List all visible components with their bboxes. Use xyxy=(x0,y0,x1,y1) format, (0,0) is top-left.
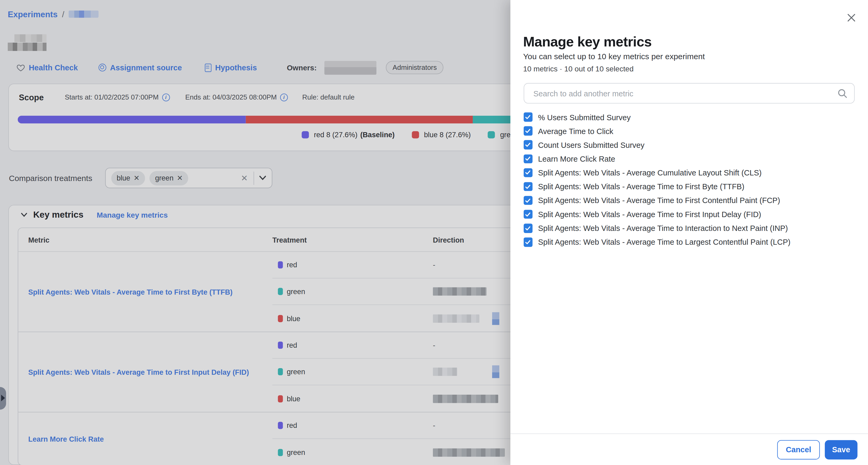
checkbox-checked-icon[interactable] xyxy=(523,224,532,233)
metric-checkbox-item[interactable]: Split Agents: Web Vitals - Average Time … xyxy=(523,207,856,221)
metric-checkbox-item[interactable]: Split Agents: Web Vitals - Average Time … xyxy=(523,194,856,207)
checkbox-checked-icon[interactable] xyxy=(523,113,532,121)
metric-checkbox-list: % Users Submitted Survey Average Time to… xyxy=(523,110,856,249)
metric-checkbox-item[interactable]: Split Agents: Web Vitals - Average Cumul… xyxy=(523,166,856,179)
checkbox-checked-icon[interactable] xyxy=(523,182,532,191)
metric-checkbox-item[interactable]: Split Agents: Web Vitals - Average Time … xyxy=(523,180,856,194)
metric-checkbox-item[interactable]: Learn More Click Rate xyxy=(523,152,856,166)
checkbox-checked-icon[interactable] xyxy=(523,210,532,219)
save-button[interactable]: Save xyxy=(825,440,858,459)
metric-checkbox-item[interactable]: Count Users Submitted Survey xyxy=(523,138,856,152)
metric-checkbox-item[interactable]: % Users Submitted Survey xyxy=(523,110,856,124)
metric-search-box xyxy=(523,83,855,104)
metric-checkbox-item[interactable]: Average Time to Click xyxy=(523,124,856,138)
app-window: Experiments / Health Check Assignment so… xyxy=(0,0,868,465)
checkbox-checked-icon[interactable] xyxy=(523,237,532,246)
panel-title: Manage key metrics xyxy=(523,34,652,50)
manage-key-metrics-panel: Manage key metrics You can select up to … xyxy=(510,0,868,465)
panel-subtitle: You can select up to 10 key metrics per … xyxy=(523,52,705,61)
close-icon[interactable] xyxy=(847,13,856,22)
checkbox-checked-icon[interactable] xyxy=(523,126,532,135)
search-icon[interactable] xyxy=(837,89,847,99)
panel-footer: Cancel Save xyxy=(510,433,868,465)
checkbox-checked-icon[interactable] xyxy=(523,154,532,163)
checkbox-checked-icon[interactable] xyxy=(523,196,532,205)
checkbox-checked-icon[interactable] xyxy=(523,140,532,149)
metric-search-input[interactable] xyxy=(524,84,854,103)
checkbox-checked-icon[interactable] xyxy=(523,168,532,177)
metrics-count-status: 10 metrics · 10 out of 10 selected xyxy=(523,65,634,73)
cancel-button[interactable]: Cancel xyxy=(777,440,820,459)
metric-checkbox-item[interactable]: Split Agents: Web Vitals - Average Time … xyxy=(523,221,856,235)
metric-checkbox-item[interactable]: Split Agents: Web Vitals - Average Time … xyxy=(523,235,856,249)
